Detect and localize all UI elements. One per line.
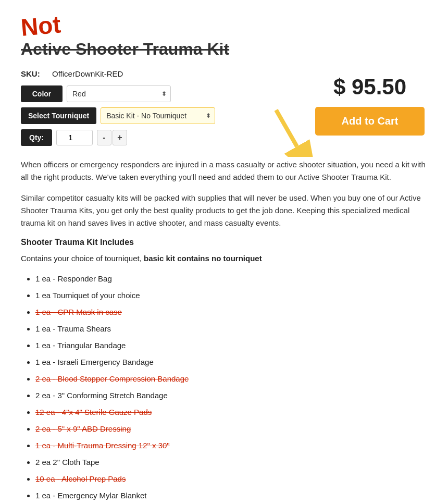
price-display: $ 95.50 xyxy=(333,75,406,100)
sku-label: SKU: xyxy=(21,69,47,78)
qty-plus-button[interactable]: + xyxy=(113,130,127,145)
kit-includes-title: Shooter Trauma Kit Includes xyxy=(21,238,427,247)
description-section: When officers or emergency responders ar… xyxy=(21,158,427,503)
kit-list-item: 1 ea - Triangular Bandage xyxy=(35,338,427,353)
kit-intro-normal: Contains your choice of tourniquet, xyxy=(21,254,144,263)
kit-list-item: 2 ea 2" Cloth Tape xyxy=(35,455,427,470)
kit-item-text: 12 ea - 4"x 4" Sterile Gauze Pads xyxy=(35,408,152,416)
kit-item-text: 2 ea 2" Cloth Tape xyxy=(35,458,99,467)
tourniquet-select[interactable]: Basic Kit - No Tourniquet CAT Tourniquet… xyxy=(101,107,215,124)
kit-item-text: 1 ea - CPR Mask in case xyxy=(35,308,122,316)
price-amount: 95.50 xyxy=(352,75,406,99)
kit-list-item: 1 ea - Multi-Trauma Dressing 12" x 30" xyxy=(35,438,427,453)
qty-row: Qty: - + xyxy=(21,129,292,146)
kit-item-text: 1 ea - Trauma Shears xyxy=(35,324,111,333)
kit-intro-bold: basic kit contains no tourniquet xyxy=(144,254,262,263)
not-label: Not xyxy=(20,12,61,40)
color-select-wrapper: Red Black Blue xyxy=(67,85,171,102)
qty-minus-button[interactable]: - xyxy=(97,130,111,145)
kit-list-item: 2 ea - 3" Conforming Stretch Bandage xyxy=(35,388,427,403)
kit-item-text: 10 ea - Alcohol Prep Pads xyxy=(35,474,126,483)
kit-list-item: 1 ea - Responder Bag xyxy=(35,271,427,287)
kit-list-item: 1 ea Tourniquet of your choice xyxy=(35,288,427,303)
add-to-cart-button[interactable]: Add to Cart xyxy=(315,107,425,136)
kit-item-text: 1 ea - Israeli Emergency Bandage xyxy=(35,358,154,366)
price-symbol: $ xyxy=(333,75,345,99)
kit-item-text: 2 ea - Blood Stopper Compression Bandage xyxy=(35,374,189,383)
kit-item-text: 1 ea - Multi-Trauma Dressing 12" x 30" xyxy=(35,441,170,450)
qty-label-button: Qty: xyxy=(21,129,52,146)
color-row: Color Red Black Blue xyxy=(21,85,292,102)
sku-value: OfficerDownKit-RED xyxy=(52,69,123,78)
right-section: $ 95.50 Add to Cart xyxy=(313,69,427,136)
sku-row: SKU: OfficerDownKit-RED xyxy=(21,69,292,78)
title-area: Not Active Shooter Trauma Kit xyxy=(21,16,427,59)
kit-list-item: 2 ea - Blood Stopper Compression Bandage xyxy=(35,371,427,387)
kit-list-item: 1 ea - Emergency Mylar Blanket xyxy=(35,488,427,503)
product-title: Active Shooter Trauma Kit xyxy=(21,40,427,59)
kit-item-text: 1 ea - Triangular Bandage xyxy=(35,341,126,350)
kit-item-text: 1 ea - Emergency Mylar Blanket xyxy=(35,491,146,500)
kit-list-item: 12 ea - 4"x 4" Sterile Gauze Pads xyxy=(35,404,427,420)
left-form: SKU: OfficerDownKit-RED Color Red Black … xyxy=(21,69,292,146)
kit-item-text: 1 ea Tourniquet of your choice xyxy=(35,291,140,300)
kit-list-item: 1 ea - CPR Mask in case xyxy=(35,304,427,320)
kit-list-item: 1 ea - Trauma Shears xyxy=(35,321,427,337)
kit-item-text: 2 ea - 5" x 9" ABD Dressing xyxy=(35,424,131,433)
kit-item-text: 2 ea - 3" Conforming Stretch Bandage xyxy=(35,391,168,400)
kit-item-text: 1 ea - Responder Bag xyxy=(35,274,112,283)
product-form-area: SKU: OfficerDownKit-RED Color Red Black … xyxy=(21,69,427,146)
kit-intro: Contains your choice of tourniquet, basi… xyxy=(21,252,427,265)
description-paragraph-2: Similar competitor casualty kits will be… xyxy=(21,192,427,229)
tourniquet-select-wrapper: Basic Kit - No Tourniquet CAT Tourniquet… xyxy=(101,107,215,124)
description-paragraph-1: When officers or emergency responders ar… xyxy=(21,158,427,183)
kit-list-item: 1 ea - Israeli Emergency Bandage xyxy=(35,354,427,370)
kit-list-item: 10 ea - Alcohol Prep Pads xyxy=(35,471,427,487)
tourniquet-row: Select Tourniquet Basic Kit - No Tourniq… xyxy=(21,107,292,124)
kit-list-item: 2 ea - 5" x 9" ABD Dressing xyxy=(35,421,427,437)
color-select[interactable]: Red Black Blue xyxy=(67,85,171,102)
color-label-button[interactable]: Color xyxy=(21,85,63,102)
tourniquet-label-button[interactable]: Select Tourniquet xyxy=(21,107,96,124)
qty-stepper: - + xyxy=(97,130,127,145)
kit-list: 1 ea - Responder Bag1 ea Tourniquet of y… xyxy=(21,271,427,503)
qty-input[interactable] xyxy=(56,130,93,145)
